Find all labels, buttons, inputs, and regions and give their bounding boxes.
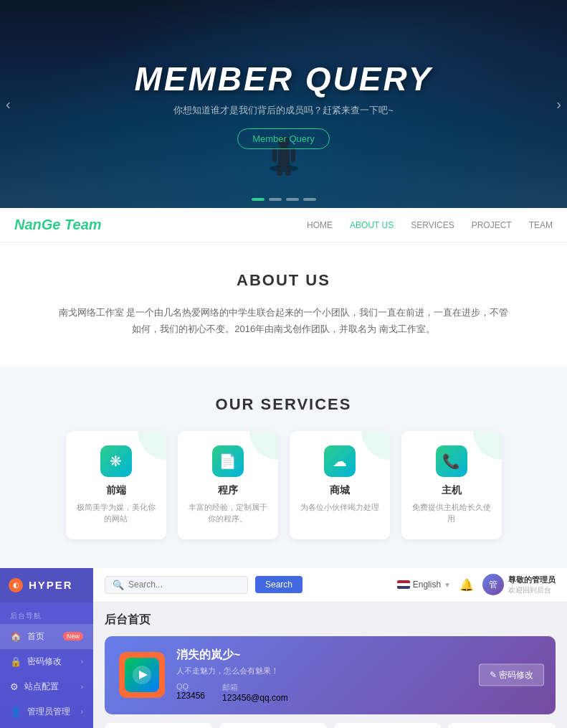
hero-section: MEMBER QUERY 你想知道谁才是我们背后的成员吗？赶紧来查一下吧~ Me… — [0, 0, 567, 208]
hero-dot-3[interactable] — [286, 198, 299, 201]
dashboard-title: 后台首页 — [105, 613, 556, 628]
nav-project[interactable]: PROJECT — [472, 220, 512, 230]
user-icon: 👤 — [10, 706, 22, 717]
hero-dot-1[interactable] — [252, 198, 265, 201]
sidebar-item-new-badge: New — [63, 632, 83, 640]
navbar-links: HOME ABOUT US SERVICES PROJECT TEAM — [307, 220, 553, 230]
sidebar-brand-icon: ◐ — [9, 578, 23, 592]
user-card-avatar — [119, 652, 165, 698]
svg-rect-4 — [291, 148, 295, 162]
user-name: 消失的岚少~ — [176, 648, 541, 663]
search-button[interactable]: Search — [255, 576, 302, 593]
services-section: OUR SERVICES ❋ 前端 极简美学为媒，美化你的网站 📄 程序 丰富的… — [0, 367, 567, 568]
sidebar-nav-label: 后台导航 — [0, 602, 93, 624]
avatar-name: 尊敬的管理员 — [508, 575, 556, 585]
svg-rect-3 — [272, 148, 277, 162]
hero-nav-left[interactable]: ‹ — [6, 96, 11, 113]
svg-rect-5 — [277, 167, 282, 176]
hero-title: MEMBER QUERY — [135, 60, 433, 98]
service-name-frontend: 前端 — [76, 484, 156, 497]
service-card-deco-2 — [249, 431, 278, 460]
main-topbar: 🔍 Search English ▼ 🔔 管 尊敬的管理员 欢迎回到后台 — [93, 568, 567, 602]
service-name-shop: 商城 — [300, 484, 380, 497]
dashboard: 后台首页 消失的岚少~ 人不走魅力，怎么会有魅果！ — [93, 602, 567, 728]
stat-card-new-messages: 新增留言 0 条 — [448, 723, 556, 728]
avatar-section[interactable]: 管 尊敬的管理员 欢迎回到后台 — [482, 574, 556, 595]
stat-card-realtime: 实时时间 2017-2-4 12:47:20 — [105, 723, 212, 728]
nav-services[interactable]: SERVICES — [411, 220, 454, 230]
user-email: 邮箱 123456@qq.com — [222, 682, 288, 703]
search-icon: 🔍 — [113, 580, 124, 590]
service-desc-frontend: 极简美学为媒，美化你的网站 — [76, 501, 156, 525]
stats-grid: 实时时间 2017-2-4 12:47:20 — [105, 723, 556, 728]
service-card-shop: ☁ 商城 为各位小伙伴竭力处理 — [290, 431, 390, 539]
hero-button[interactable]: Member Query — [237, 128, 330, 149]
qq-label: QQ — [176, 682, 205, 691]
sidebar: ◐ HYPER 后台导航 🏠 首页 New 🔒 密码修改 › ⚙ 站点配置 › … — [0, 568, 93, 728]
nav-team[interactable]: TEAM — [529, 220, 553, 230]
sidebar-item-member-manage[interactable]: 👥 成员管理 › — [0, 724, 93, 728]
notification-bell-icon[interactable]: 🔔 — [459, 578, 474, 592]
sidebar-item-site-config[interactable]: ⚙ 站点配置 › — [0, 674, 93, 699]
main-content: 🔍 Search English ▼ 🔔 管 尊敬的管理员 欢迎回到后台 — [93, 568, 567, 728]
play-logo — [125, 658, 159, 692]
service-name-host: 主机 — [411, 484, 492, 497]
hero-dot-2[interactable] — [269, 198, 282, 201]
hero-nav-right[interactable]: › — [556, 96, 561, 113]
sidebar-brand-text: HYPER — [29, 579, 73, 591]
avatar-welcome: 欢迎回到后台 — [508, 585, 556, 595]
service-icon-program: 📄 — [212, 445, 244, 477]
service-card-host: 📞 主机 免费提供主机给长久使用 — [401, 431, 502, 539]
nav-home[interactable]: HOME — [307, 220, 333, 230]
email-value: 123456@qq.com — [222, 693, 288, 703]
sidebar-item-password-label: 密码修改 — [27, 656, 62, 668]
admin-panel: ◐ HYPER 后台导航 🏠 首页 New 🔒 密码修改 › ⚙ 站点配置 › … — [0, 568, 567, 728]
lang-label: English — [413, 580, 441, 590]
avatar-info: 尊敬的管理员 欢迎回到后台 — [508, 575, 556, 595]
sidebar-brand: ◐ HYPER — [0, 568, 93, 602]
gear-icon: ⚙ — [10, 681, 19, 692]
service-card-deco-4 — [473, 431, 502, 460]
qq-value: 123456 — [176, 691, 205, 701]
hero-dots — [252, 198, 316, 201]
hero-subtitle: 你想知道谁才是我们背后的成员吗？赶紧来查一下吧~ — [135, 104, 433, 117]
avatar: 管 — [482, 574, 504, 595]
lock-icon: 🔒 — [10, 656, 22, 667]
navbar-brand: NanGe Team — [14, 217, 102, 233]
stat-card-messages: 总留言 0 条 — [334, 723, 442, 728]
sidebar-item-password[interactable]: 🔒 密码修改 › — [0, 649, 93, 674]
chevron-right-icon-3: › — [81, 708, 83, 716]
lang-selector[interactable]: English ▼ — [397, 580, 451, 590]
service-icon-shop: ☁ — [324, 445, 356, 477]
chevron-right-icon-2: › — [81, 683, 83, 691]
chevron-down-icon: ▼ — [444, 581, 451, 589]
sidebar-item-site-config-label: 站点配置 — [24, 681, 59, 693]
sidebar-item-home[interactable]: 🏠 首页 New — [0, 624, 93, 649]
edit-password-button[interactable]: ✎ 密码修改 — [479, 664, 544, 686]
hero-dot-4[interactable] — [303, 198, 316, 201]
sidebar-item-admin-manage[interactable]: 👤 管理员管理 › — [0, 699, 93, 724]
home-icon: 🏠 — [10, 631, 22, 642]
service-name-program: 程序 — [188, 484, 268, 497]
navbar: NanGe Team HOME ABOUT US SERVICES PROJEC… — [0, 208, 567, 242]
hero-content: MEMBER QUERY 你想知道谁才是我们背后的成员吗？赶紧来查一下吧~ Me… — [135, 60, 433, 149]
search-wrapper: 🔍 — [105, 576, 248, 594]
service-desc-shop: 为各位小伙伴竭力处理 — [300, 501, 380, 514]
svg-rect-6 — [285, 167, 291, 176]
search-input[interactable] — [128, 580, 240, 590]
services-title: OUR SERVICES — [43, 395, 524, 414]
service-card-program: 📄 程序 丰富的经验，定制属于你的程序。 — [178, 431, 278, 539]
service-desc-program: 丰富的经验，定制属于你的程序。 — [188, 501, 268, 525]
chevron-right-icon-1: › — [81, 658, 83, 666]
service-desc-host: 免费提供主机给长久使用 — [411, 501, 492, 525]
service-icon-host: 📞 — [436, 445, 467, 477]
service-card-deco-3 — [361, 431, 390, 460]
user-qq: QQ 123456 — [176, 682, 205, 703]
user-card: 消失的岚少~ 人不走魅力，怎么会有魅果！ QQ 123456 邮箱 123456… — [105, 636, 556, 714]
service-card-frontend: ❋ 前端 极简美学为媒，美化你的网站 — [66, 431, 166, 539]
sidebar-item-home-label: 首页 — [27, 630, 44, 643]
nav-about[interactable]: ABOUT US — [350, 220, 394, 230]
about-title: ABOUT US — [57, 271, 510, 290]
about-section: ABOUT US 南戈网络工作室 是一个由几名热爱网络的中学生联合起来的一个小团… — [0, 242, 567, 367]
services-grid: ❋ 前端 极简美学为媒，美化你的网站 📄 程序 丰富的经验，定制属于你的程序。 … — [43, 431, 524, 539]
